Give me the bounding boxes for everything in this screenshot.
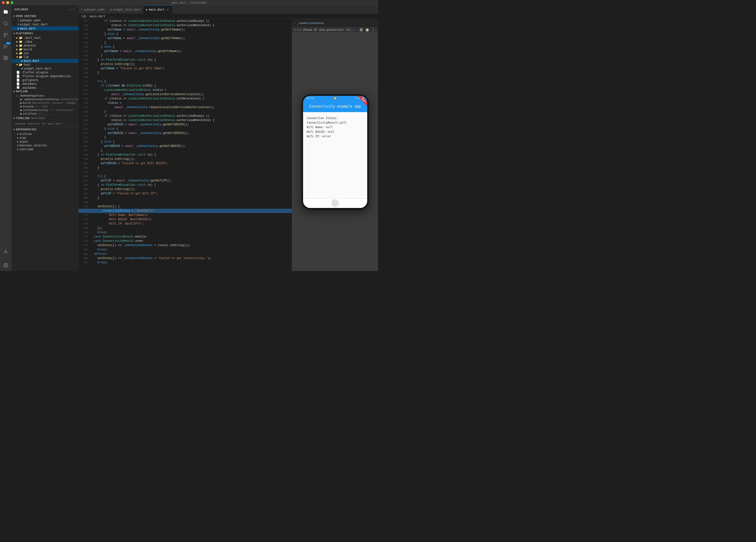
- code-line: 247 await _connectivity.requestLocationS…: [79, 105, 292, 109]
- folder-android[interactable]: ▶📁android: [11, 44, 79, 47]
- code-line: 255 } else {: [79, 140, 292, 144]
- settings-icon[interactable]: [0, 259, 11, 271]
- dep-archive[interactable]: ▶archive: [11, 132, 79, 136]
- main-content: ! pubspec.yaml ⚗ widget_test.dart ◆ main…: [79, 5, 378, 271]
- code-line: 278 case ConnectivityResult.none:: [79, 239, 292, 243]
- code-line: 259 print(e.toString());: [79, 157, 292, 161]
- tab-pubspec[interactable]: ! pubspec.yaml: [79, 5, 107, 14]
- code-line: 276 break;: [79, 230, 292, 234]
- code-line: 274 'Wifi IP: $wifiIP\n';: [79, 222, 292, 226]
- dep-charcode[interactable]: ▶charcode: [11, 147, 79, 151]
- close-tab-icon[interactable]: ×: [166, 8, 170, 11]
- file-metadata[interactable]: 📄.metadata: [11, 82, 79, 86]
- timeline-header[interactable]: ▼ TIMELINE main.dart: [11, 115, 79, 121]
- image-icon[interactable]: 🖼: [358, 27, 364, 33]
- outline-header[interactable]: ▼ OUTLINE: [11, 89, 79, 94]
- code-line: 230 } else {: [79, 32, 292, 36]
- open-editors-list: ! pubspec.yaml ⚗ widget_test.dart ◆ main…: [11, 18, 79, 30]
- tab-widget-test[interactable]: ⚗ widget_test.dart: [107, 5, 143, 14]
- outline-method-initconnectivity[interactable]: ● initConnectivity () → Future<void>: [11, 108, 79, 112]
- sidebar-more-icon[interactable]: ···: [68, 7, 76, 12]
- code-line: 243 LocationAuthorizationStatus status =: [79, 88, 292, 92]
- outline-method-dispose[interactable]: ● dispose () → void: [11, 105, 79, 108]
- svg-point-0: [4, 22, 7, 25]
- open-file-widget-test[interactable]: ⚗ widget_test.dart: [11, 22, 79, 26]
- svg-rect-6: [4, 56, 6, 58]
- timeline-loading: Loading timeline for main.dart...: [11, 121, 79, 127]
- outline-class[interactable]: ○ _MyHomePageState: [11, 94, 79, 97]
- dep-async[interactable]: ▶async: [11, 140, 79, 143]
- code-line: 248 }: [79, 109, 292, 114]
- outline-method-build[interactable]: ● build (BuildContext context) → Widget: [11, 101, 79, 105]
- more-icon[interactable]: ⋮: [371, 27, 376, 33]
- breadcrumb-main-dart[interactable]: main.dart: [90, 15, 105, 18]
- main-dart-tab-label: main.dart: [149, 8, 164, 11]
- widget-test-tab-icon: ⚗: [110, 8, 112, 11]
- file-flutter-plugins-deps[interactable]: 📄.flutter-plugins-dependencies: [11, 74, 79, 78]
- minimize-button[interactable]: [6, 1, 9, 4]
- file-main-dart[interactable]: ◆main.dart: [11, 59, 79, 63]
- breadcrumb-ellipsis[interactable]: ...: [109, 15, 114, 18]
- code-line: 242 if (!kIsWeb && Platform.isIOS) {: [79, 84, 292, 88]
- code-editor[interactable]: 227 if (status == LocationAuthorizationS…: [79, 19, 292, 271]
- sidebar-header: EXPLORER ···: [11, 5, 79, 14]
- code-line: 239 }: [79, 71, 292, 75]
- tab-main-dart[interactable]: ◆ main.dart ×: [143, 5, 172, 14]
- dep-boolean-selector[interactable]: ▶boolean_selector: [11, 143, 79, 147]
- breadcrumb-sep1: ›: [87, 15, 89, 18]
- file-flutter-plugins[interactable]: 📄.flutter-plugins: [11, 70, 79, 74]
- svg-marker-5: [4, 45, 7, 48]
- device-home-button[interactable]: [331, 199, 339, 207]
- svg-point-3: [4, 33, 5, 34]
- folder-build[interactable]: ▶📁build: [11, 47, 79, 51]
- status-line-1: Connection Status: ConnectivityResult.wi…: [307, 116, 363, 125]
- folder-test[interactable]: ▼📂test: [11, 63, 79, 67]
- maximize-button[interactable]: [11, 1, 13, 4]
- code-line: 244 await _connectivity.getLocationServi…: [79, 92, 292, 97]
- accounts-icon[interactable]: [0, 246, 11, 257]
- outline-method-initstate[interactable]: ● initState () → ...: [11, 112, 79, 115]
- run-icon[interactable]: [0, 41, 11, 52]
- preview-panel: › _connectionStatus iPhone SE (2nd gener…: [292, 19, 378, 271]
- file-packages[interactable]: 📄.packages: [11, 86, 79, 89]
- extensions-icon[interactable]: [0, 52, 11, 64]
- connection-status-label: _connectionStatus: [297, 22, 324, 25]
- code-line: 270 setState(() {: [79, 204, 292, 209]
- open-file-pubspec[interactable]: ! pubspec.yaml: [11, 18, 79, 22]
- dependencies-list: ▶archive ▶args ▶async ▶boolean_selector …: [11, 132, 79, 151]
- code-line: 263 try {: [79, 174, 292, 178]
- code-line: 264 wifiIP = await _connectivity.getWifi…: [79, 178, 292, 183]
- files-icon[interactable]: [0, 6, 11, 18]
- folder-lib[interactable]: ▼📂lib: [11, 55, 79, 59]
- open-file-main-dart[interactable]: ◆ main.dart: [11, 26, 79, 30]
- window-title: main.dart — flutter001: [172, 1, 207, 4]
- dependencies-header[interactable]: ▼ DEPENDENCIES: [11, 127, 79, 132]
- widget-test-tab-label: widget_test.dart: [113, 8, 141, 11]
- code-line: 245 if (status == LocationAuthorizationS…: [79, 97, 292, 101]
- breadcrumb-lib[interactable]: lib: [81, 15, 86, 18]
- search-icon[interactable]: [0, 18, 11, 29]
- outline-method-update[interactable]: ● _updateConnectionStatus (ConnectivityR…: [11, 97, 79, 101]
- svg-line-1: [7, 24, 8, 25]
- folder-dart-tool[interactable]: ▶📁.dart_tool: [11, 36, 79, 40]
- project-header[interactable]: ▼ FLUTTER001: [11, 31, 79, 35]
- source-control-icon[interactable]: [0, 29, 11, 41]
- device-name-label: iPhone SE (2nd generation) (13...: [303, 28, 355, 31]
- timeline-section: ▼ TIMELINE main.dart Loading timeline fo…: [11, 115, 79, 127]
- breadcrumb-sep2: ›: [106, 15, 108, 18]
- folder-ios[interactable]: ▶📁ios: [11, 51, 79, 55]
- home-icon[interactable]: 🏠: [365, 27, 370, 33]
- code-line: 232 }: [79, 40, 292, 45]
- folder-idea[interactable]: ▶📁.idea: [11, 40, 79, 44]
- code-line: 257 }: [79, 148, 292, 153]
- device-frame: Carrier 📶 7:40 PM Connectivity example a…: [302, 94, 369, 209]
- code-line: 231 wifiName = await _connectivity.getWi…: [79, 36, 292, 40]
- file-widget-test[interactable]: ◆widget_test.dart: [11, 67, 79, 70]
- code-line: 240: [79, 75, 292, 79]
- device-body: Connection Status: ConnectivityResult.wi…: [303, 112, 367, 198]
- dep-args[interactable]: ▶args: [11, 136, 79, 140]
- close-button[interactable]: [2, 1, 5, 4]
- open-editors-header[interactable]: ▼ OPEN EDITORS: [11, 14, 79, 18]
- file-gitignore[interactable]: 📄.gitignore: [11, 78, 79, 82]
- code-line: 280 break;: [79, 247, 292, 252]
